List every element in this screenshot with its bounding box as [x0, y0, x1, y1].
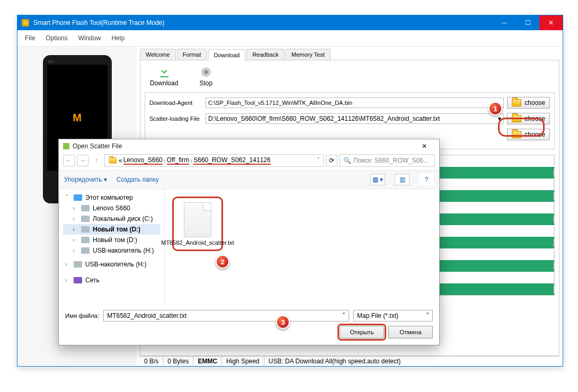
phone-drive-icon [81, 205, 90, 211]
stop-icon [200, 66, 212, 78]
status-storage: EMMC [193, 357, 222, 366]
usb-icon [81, 247, 90, 254]
refresh-button[interactable]: ⟳ [326, 155, 337, 166]
status-bps: 0 B/s [140, 357, 163, 366]
download-arrow-icon [158, 66, 171, 78]
cancel-button[interactable]: Отмена [388, 326, 433, 338]
chevron-down-icon: ˅ [426, 312, 429, 319]
files-area[interactable]: MT6582_Android_scatter.txt 2 [165, 189, 439, 306]
nav-back-button[interactable]: ← [63, 155, 75, 166]
filename-label: Имя файла: [65, 313, 99, 319]
menu-file[interactable]: File [23, 33, 37, 43]
open-button[interactable]: Открыть [340, 326, 384, 338]
annotation-badge-3: 3 [276, 315, 290, 329]
breadcrumb-part[interactable]: S660_ROW_S062_141126 [193, 156, 270, 164]
status-speed: High Speed [222, 357, 264, 366]
new-folder-button[interactable]: Создать папку [117, 176, 159, 183]
drive-icon [81, 226, 90, 233]
search-input[interactable]: 🔍 Поиск: S660_ROW_S062_141126 [340, 154, 435, 167]
status-usb: USB: DA Download All(high speed,auto det… [264, 357, 559, 366]
filter-text: Map File (*.txt) [357, 312, 398, 319]
stop-label: Stop [199, 79, 212, 87]
tree-lenovo[interactable]: Lenovo S660 [93, 204, 130, 212]
dialog-title: Open Scatter File [73, 142, 411, 150]
chevron-down-icon[interactable]: ˅ [317, 157, 320, 164]
file-tile-scatter[interactable]: MT6582_Android_scatter.txt [172, 197, 223, 251]
document-icon [184, 202, 211, 237]
scatter-path-combo[interactable]: D:\Lenovo_S660\Off_firm\S660_ROW_S062_14… [206, 113, 504, 124]
tab-welcome[interactable]: Welcome [140, 49, 176, 60]
nav-up-button[interactable]: ↑ [91, 155, 102, 166]
minimize-button[interactable]: ─ [493, 15, 516, 30]
filename-input[interactable]: MT6582_Android_scatter.txt˅ [103, 310, 349, 322]
maximize-button[interactable]: ☐ [516, 15, 539, 30]
tab-download[interactable]: Download [208, 49, 246, 60]
annotation-badge-1: 1 [488, 102, 502, 115]
nav-tree[interactable]: ˅Этот компьютер ›Lenovo S660 ›Локальный … [59, 189, 165, 306]
folder-icon [512, 99, 521, 106]
annotation-ring-1 [498, 118, 545, 137]
tabstrip: Welcome Format Download Readback Memory … [140, 49, 559, 60]
stop-button[interactable]: Stop [199, 66, 212, 87]
menu-window[interactable]: Window [76, 33, 103, 43]
network-icon [74, 277, 82, 283]
computer-icon [74, 194, 82, 201]
breadcrumb-prefix: « [119, 157, 122, 164]
search-icon: 🔍 [343, 157, 351, 164]
da-choose-button[interactable]: choose [507, 97, 550, 109]
menu-options[interactable]: Options [43, 33, 69, 43]
da-label: Download-Agent [149, 100, 202, 106]
view-mode-button[interactable]: ▦ ▾ [370, 174, 385, 185]
statusbar: 0 B/s 0 Bytes EMMC High Speed USB: DA Do… [140, 356, 559, 366]
tree-cdrive[interactable]: Локальный диск (C:) [93, 215, 153, 222]
tree-ddrive[interactable]: Новый том (D:) [93, 226, 140, 233]
tree-usb2[interactable]: USB-накопитель (H:) [85, 261, 146, 268]
menu-help[interactable]: Help [109, 33, 127, 43]
help-button[interactable]: ? [419, 174, 434, 185]
nav-forward-button[interactable]: → [77, 155, 88, 166]
drive-icon [81, 216, 90, 222]
open-file-dialog: Open Scatter File ✕ ← → ↑ « Lenovo_S660›… [58, 139, 440, 345]
folder-icon [109, 157, 117, 163]
svg-rect-1 [204, 70, 208, 74]
file-filter-combo[interactable]: Map File (*.txt)˅ [353, 310, 433, 322]
breadcrumb[interactable]: « Lenovo_S660› Off_firm› S660_ROW_S062_1… [104, 154, 324, 167]
tab-format[interactable]: Format [177, 49, 207, 60]
app-icon [22, 19, 29, 26]
chevron-down-icon[interactable]: ˅ [342, 312, 345, 319]
download-button[interactable]: Download [150, 66, 178, 87]
scatter-label: Scatter-loading File [149, 115, 202, 122]
tree-ddrive2[interactable]: Новый том (D:) [93, 236, 137, 244]
tree-usb1[interactable]: USB-накопитель (H:) [93, 247, 154, 254]
drive-icon [81, 237, 90, 243]
titlebar: Smart Phone Flash Tool(Runtime Trace Mod… [17, 15, 563, 30]
search-placeholder: Поиск: S660_ROW_S062_141126 [353, 157, 431, 164]
usb-icon [74, 261, 82, 268]
dialog-close-button[interactable]: ✕ [414, 140, 435, 152]
window-title: Smart Phone Flash Tool(Runtime Trace Mod… [33, 19, 493, 26]
breadcrumb-part[interactable]: Lenovo_S660 [123, 156, 163, 164]
status-bytes: 0 Bytes [163, 357, 193, 366]
tree-network[interactable]: Сеть [85, 277, 100, 284]
scatter-path-text: D:\Lenovo_S660\Off_firm\S660_ROW_S062_14… [208, 115, 440, 122]
filename-value: MT6582_Android_scatter.txt [107, 312, 186, 319]
organize-menu[interactable]: Упорядочить ▾ [64, 176, 107, 183]
tab-memorytest[interactable]: Memory Test [286, 49, 331, 60]
file-name-label: MT6582_Android_scatter.txt [161, 239, 234, 246]
close-button[interactable]: ✕ [539, 15, 563, 30]
tab-readback[interactable]: Readback [246, 49, 284, 60]
choose-label: choose [524, 99, 545, 106]
tree-computer[interactable]: Этот компьютер [85, 194, 133, 201]
annotation-badge-2: 2 [216, 255, 229, 269]
download-label: Download [150, 79, 178, 87]
menubar: File Options Window Help [17, 30, 563, 47]
preview-pane-button[interactable]: ▥ [395, 174, 410, 185]
breadcrumb-part[interactable]: Off_firm [167, 156, 189, 164]
da-path-input[interactable] [206, 97, 504, 108]
dialog-icon [63, 143, 69, 149]
